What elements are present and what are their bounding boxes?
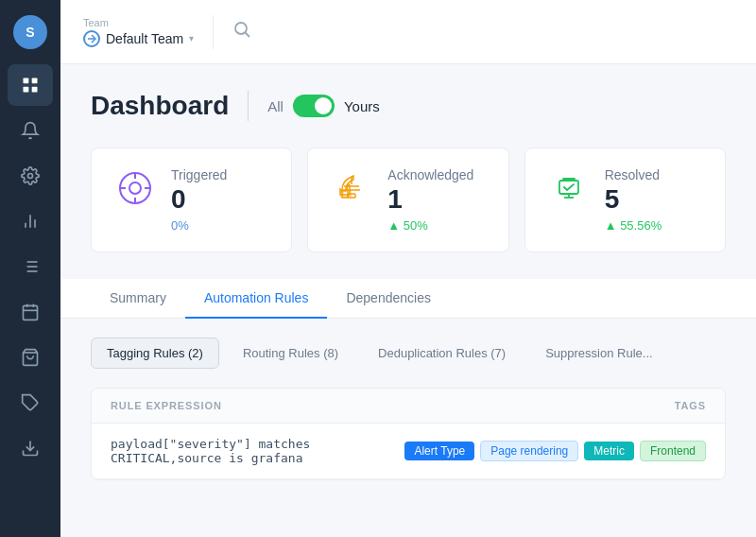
- svg-point-21: [235, 23, 247, 34]
- team-label: Team: [83, 17, 194, 28]
- header-divider: [213, 15, 214, 49]
- resolved-label: Resolved: [605, 167, 702, 182]
- table-row[interactable]: payload["severity"] matches CRITICAL,sou…: [92, 424, 725, 479]
- content-area: Dashboard All Yours: [60, 64, 756, 537]
- tag-metric: Metric: [584, 442, 634, 460]
- svg-rect-1: [32, 78, 38, 84]
- sub-tab-suppression[interactable]: Suppression Rule...: [529, 338, 668, 369]
- sub-tabs: Tagging Rules (2) Routing Rules (8) Dedu…: [91, 338, 726, 369]
- sidebar-item-list[interactable]: [8, 246, 53, 287]
- stat-card-resolved: Resolved 5 ▲ 55.56%: [524, 147, 726, 252]
- search-icon[interactable]: [232, 20, 251, 43]
- acknowledged-label: Acknowledged: [387, 167, 485, 182]
- tabs-bar: Summary Automation Rules Dependencies: [60, 279, 756, 319]
- rule-expression-value: payload["severity"] matches CRITICAL,sou…: [111, 437, 386, 465]
- resolved-change: ▲ 55.56%: [605, 218, 702, 233]
- sub-tab-deduplication[interactable]: Deduplication Rules (7): [362, 338, 522, 369]
- tag-page-rendering: Page rendering: [480, 441, 578, 461]
- team-icon: [83, 30, 100, 47]
- table-header: RULE EXPRESSION TAGS: [92, 389, 725, 424]
- tab-dependencies[interactable]: Dependencies: [327, 279, 450, 319]
- svg-rect-3: [32, 87, 38, 93]
- tab-automation-rules[interactable]: Automation Rules: [185, 279, 328, 319]
- tab-summary[interactable]: Summary: [91, 279, 185, 319]
- sidebar-item-alerts[interactable]: [8, 110, 53, 151]
- rules-table: RULE EXPRESSION TAGS payload["severity"]…: [91, 388, 726, 480]
- stats-row: Triggered 0 0%: [91, 147, 726, 252]
- col-rule-expression: RULE EXPRESSION: [111, 400, 675, 411]
- all-yours-toggle[interactable]: [293, 95, 335, 117]
- avatar[interactable]: S: [13, 15, 47, 49]
- toggle-yours-label: Yours: [344, 98, 380, 114]
- svg-point-4: [28, 174, 33, 179]
- acknowledged-value: 1: [387, 186, 485, 213]
- sidebar-item-bag[interactable]: [8, 337, 53, 378]
- toggle-all-label: All: [267, 98, 284, 114]
- stat-card-triggered: Triggered 0 0%: [91, 147, 292, 252]
- sub-tab-tagging[interactable]: Tagging Rules (2): [91, 338, 219, 369]
- team-name: Default Team: [106, 31, 183, 46]
- triggered-icon: [114, 167, 156, 209]
- triggered-value: 0: [171, 186, 268, 213]
- acknowledged-icon: [331, 167, 372, 209]
- svg-rect-0: [24, 78, 29, 84]
- dashboard-header-divider: [248, 91, 249, 121]
- sidebar-item-download[interactable]: [8, 427, 53, 469]
- tags-cell: Alert Type Page rendering Metric Fronten…: [404, 441, 706, 461]
- svg-point-24: [129, 182, 141, 194]
- resolved-value: 5: [605, 186, 702, 213]
- dashboard-title: Dashboard: [91, 91, 229, 121]
- svg-rect-2: [24, 87, 29, 93]
- sidebar-item-analytics[interactable]: [8, 200, 53, 242]
- header: Team Default Team ▾: [60, 0, 756, 64]
- triggered-change: 0%: [171, 218, 268, 233]
- sidebar-item-tag[interactable]: [8, 382, 53, 424]
- stat-card-acknowledged: Acknowledged 1 ▲ 50%: [307, 147, 508, 252]
- triggered-info: Triggered 0 0%: [171, 167, 268, 233]
- sidebar-nav: [0, 64, 60, 469]
- sub-tab-routing[interactable]: Routing Rules (8): [227, 338, 354, 369]
- resolved-info: Resolved 5 ▲ 55.56%: [605, 167, 702, 233]
- sidebar-item-calendar[interactable]: [8, 291, 53, 333]
- team-selector[interactable]: Default Team ▾: [83, 30, 194, 47]
- col-tags: TAGS: [675, 400, 706, 411]
- team-selector-group: Team Default Team ▾: [83, 17, 194, 47]
- svg-rect-14: [24, 305, 38, 320]
- acknowledged-info: Acknowledged 1 ▲ 50%: [387, 167, 485, 233]
- resolved-icon: [548, 167, 590, 209]
- acknowledged-change: ▲ 50%: [387, 218, 485, 233]
- dashboard-header: Dashboard All Yours: [91, 91, 726, 121]
- chevron-down-icon: ▾: [189, 33, 194, 43]
- main-area: Team Default Team ▾ Dashboard All Yours: [60, 0, 756, 537]
- tag-frontend: Frontend: [640, 441, 706, 461]
- sidebar: S: [0, 0, 60, 537]
- triggered-label: Triggered: [171, 167, 268, 182]
- sidebar-item-settings[interactable]: [8, 155, 53, 197]
- svg-rect-30: [559, 181, 578, 194]
- svg-line-22: [246, 33, 250, 38]
- toggle-group: All Yours: [267, 95, 379, 117]
- sidebar-item-dashboard[interactable]: [8, 64, 53, 106]
- tag-alert-type: Alert Type: [404, 442, 474, 460]
